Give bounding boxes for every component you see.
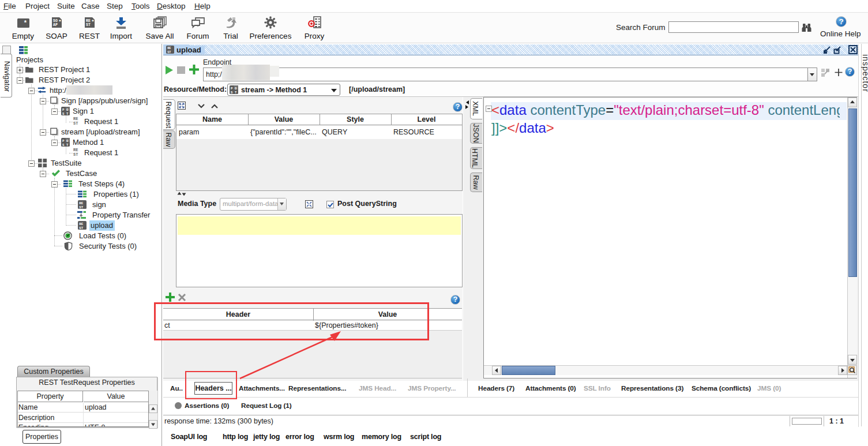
- svg-text:*: *: [24, 19, 27, 26]
- svg-text:ST: ST: [79, 205, 83, 209]
- svg-text:*: *: [92, 18, 94, 24]
- svg-text:SO: SO: [53, 19, 58, 23]
- svg-text:RE: RE: [79, 201, 83, 205]
- svg-text:ST: ST: [79, 226, 83, 230]
- svg-text:ST: ST: [167, 51, 171, 54]
- svg-text:ST: ST: [86, 23, 91, 27]
- svg-text:RE: RE: [86, 19, 91, 23]
- svg-text:AP: AP: [53, 23, 58, 27]
- svg-text:RE: RE: [79, 222, 83, 226]
- svg-text:*: *: [59, 18, 61, 24]
- svg-text:RE: RE: [167, 47, 171, 50]
